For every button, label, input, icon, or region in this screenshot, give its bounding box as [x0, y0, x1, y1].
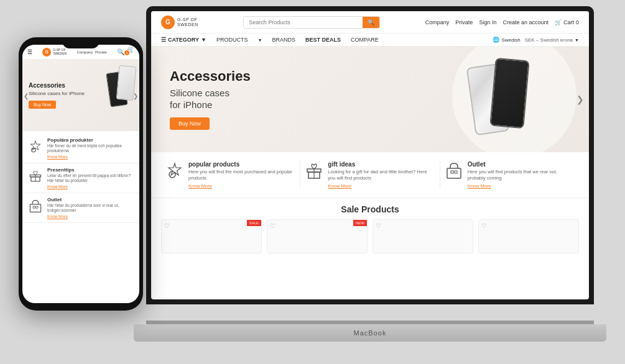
mobile-notch: [62, 37, 100, 48]
nav-best-deals[interactable]: BEST DEALS: [305, 37, 341, 43]
currency-label: SEK – Swedish krona: [525, 37, 573, 43]
product-card-3: ♡: [373, 219, 473, 253]
hero-banner: Accessories Silicone cases for iPhone Bu…: [151, 47, 589, 152]
popular-link[interactable]: Know More: [188, 183, 295, 189]
hero-content: Accessories Silicone cases for iPhone Bu…: [151, 57, 269, 142]
mobile-gift-link[interactable]: Know More: [47, 184, 133, 189]
search-button[interactable]: 🔍: [363, 17, 379, 28]
category-card-outlet: Outlet Here you will find products that …: [440, 161, 579, 189]
mobile-logo-text: G-SP OF SWEDEN: [53, 48, 67, 55]
gift-icon: [305, 162, 323, 183]
site-logo: G G-SP OF SWEDEN: [161, 16, 198, 29]
sale-badge-1: SALE: [247, 220, 261, 226]
laptop: G G-SP OF SWEDEN 🔍 Company Private: [134, 6, 606, 342]
mobile-popular-icon: [29, 140, 42, 156]
mobile-gift-icon: [29, 170, 42, 186]
outlet-info: Outlet Here you will find products that …: [468, 161, 574, 189]
mobile-hero-title: Accessories: [29, 82, 133, 89]
gift-link[interactable]: Know More: [328, 183, 434, 189]
cart-icon-wrap[interactable]: 🛒 Cart 0: [555, 19, 579, 25]
mobile-hero-subtitle: Silicone cases for iPhone: [29, 91, 133, 97]
popular-desc: Here you will find the most purchased an…: [188, 169, 295, 181]
private-link[interactable]: Private: [455, 19, 473, 25]
signin-link[interactable]: Sign In: [479, 19, 496, 25]
svg-rect-6: [451, 171, 453, 173]
wishlist-icon-4[interactable]: ♡: [481, 222, 487, 229]
mobile-cart-badge: 1: [124, 50, 129, 55]
mobile-hero: ❮ Accessories Silicone cases for iPhone …: [22, 60, 139, 131]
product-card-1: ♡ SALE: [161, 219, 262, 253]
sale-products-grid: ♡ SALE ♡ NEW ♡ ♡: [161, 219, 579, 253]
wishlist-icon-2[interactable]: ♡: [270, 222, 275, 229]
mobile-private-link[interactable]: Private: [95, 50, 107, 54]
gift-info: gift ideas Looking for a gift for dad an…: [328, 161, 434, 189]
cart-count: 0: [576, 19, 579, 25]
site-header: G G-SP OF SWEDEN 🔍 Company Private: [151, 11, 589, 34]
scene: G G-SP OF SWEDEN 🔍 Company Private: [0, 0, 625, 364]
site-nav: ☰ CATEGORY ▼ PRODUCTS ▼ BRANDS BEST DEAL…: [151, 34, 589, 47]
mobile-header-icons: 🔍 🛒1: [117, 46, 134, 58]
sale-badge-2: NEW: [353, 220, 367, 226]
outlet-link[interactable]: Know More: [468, 183, 574, 189]
mobile-gift-desc: Letar du efter en present till pappa och…: [47, 173, 133, 184]
hero-buy-now-button[interactable]: Buy Now: [170, 117, 210, 130]
header-links: Company Private Sign In Create an accoun…: [425, 19, 579, 25]
svg-point-8: [32, 148, 35, 152]
mobile-hero-content: Accessories Silicone cases for iPhone Bu…: [22, 77, 139, 113]
mobile-outlet-link[interactable]: Know More: [47, 214, 133, 219]
hero-subtitle: Silicone cases for iPhone: [170, 87, 251, 111]
mobile-logo-icon: G: [42, 48, 51, 57]
mobile-popular-info: Populära produkter Här finner du de mest…: [47, 137, 133, 159]
mobile-popular-link[interactable]: Know More: [47, 155, 133, 159]
laptop-base: MacBook: [134, 324, 606, 342]
nav-category[interactable]: ☰ CATEGORY ▼: [161, 37, 206, 43]
svg-rect-15: [36, 206, 38, 208]
popular-title: popular products: [188, 161, 295, 168]
create-account-link[interactable]: Create an account: [502, 19, 549, 25]
phone-dark-shape: [489, 58, 529, 129]
hamburger-icon: ☰: [161, 37, 166, 43]
outlet-icon: [445, 162, 463, 183]
company-link[interactable]: Company: [425, 19, 450, 25]
mobile-hamburger-icon[interactable]: ☰: [27, 49, 32, 55]
nav-products-chevron: ▼: [257, 38, 262, 42]
cart-label: Cart: [563, 19, 574, 25]
sale-section: Sale Products ♡ SALE ♡ NEW ♡: [151, 198, 589, 260]
category-card-gift: gift ideas Looking for a gift for dad an…: [300, 161, 440, 189]
product-card-2: ♡ NEW: [267, 219, 368, 253]
nav-brands[interactable]: BRANDS: [272, 37, 295, 43]
popular-icon: [166, 162, 183, 183]
mobile-phone: ☰ G G-SP OF SWEDEN Company Private: [19, 37, 143, 311]
search-input[interactable]: [244, 17, 363, 27]
wishlist-icon-1[interactable]: ♡: [164, 222, 170, 229]
nav-products[interactable]: PRODUCTS: [216, 37, 248, 43]
mobile-company-link[interactable]: Company: [76, 50, 93, 54]
search-bar[interactable]: 🔍: [243, 16, 380, 29]
mobile-logo: G G-SP OF SWEDEN: [42, 48, 67, 57]
flag-icon: 🌐: [493, 37, 499, 43]
nav-compare[interactable]: COMPARE: [351, 37, 379, 43]
hero-title: Accessories: [170, 69, 251, 84]
mobile-hero-buy-now-button[interactable]: Buy Now: [29, 101, 56, 109]
svg-rect-5: [447, 168, 461, 178]
phone-image-group: [471, 53, 552, 146]
wishlist-icon-3[interactable]: ♡: [376, 222, 381, 229]
mobile-cat-item-popular: Populära produkter Här finner du de mest…: [22, 134, 139, 163]
hero-phone-images: [471, 53, 552, 146]
logo-icon: G: [161, 16, 175, 29]
mobile-outlet-title: Outlet: [47, 197, 133, 202]
currency-chevron-icon: ▼: [575, 38, 579, 42]
logo-text: G-SP OF SWEDEN: [177, 17, 198, 27]
mobile-gift-title: Presenttips: [47, 167, 133, 173]
mobile-search-icon[interactable]: 🔍: [117, 48, 124, 55]
svg-rect-14: [33, 206, 35, 208]
mobile-cart-icon[interactable]: 🛒1: [127, 46, 134, 58]
mobile-popular-title: Populära produkter: [47, 137, 133, 143]
lang-selector[interactable]: 🌐 Swedish SEK – Swedish krona ▼: [493, 37, 579, 43]
hero-next-arrow[interactable]: ❯: [576, 94, 584, 104]
mobile-outlet-desc: Här hittar du produkterna som vi rear ut…: [47, 203, 133, 214]
svg-rect-7: [455, 171, 457, 173]
mobile-cat-item-gift: Presenttips Letar du efter en present ti…: [22, 163, 139, 193]
mobile-bezel: ☰ G G-SP OF SWEDEN Company Private: [19, 37, 143, 311]
mobile-outlet-info: Outlet Här hittar du produkterna som vi …: [47, 197, 133, 219]
